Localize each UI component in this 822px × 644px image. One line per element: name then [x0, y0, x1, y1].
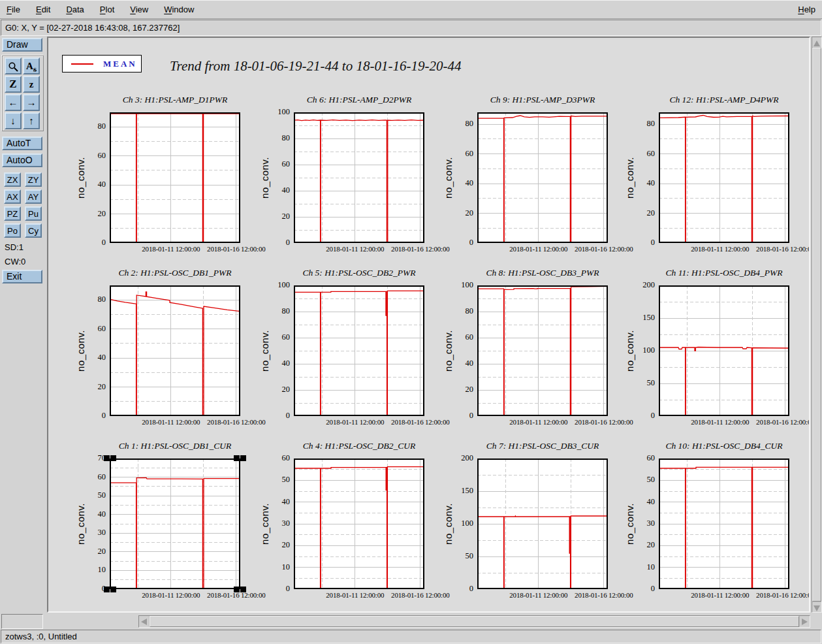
y-tick-label: 40	[256, 497, 290, 507]
selection-handle[interactable]	[240, 587, 246, 592]
plot-area[interactable]	[294, 459, 424, 589]
y-tick-label: 40	[72, 509, 106, 519]
y-axis-label: no_conv.	[75, 157, 86, 199]
zoom-out-icon: z	[29, 79, 34, 89]
y-tick-label: 50	[72, 491, 106, 500]
x-tick-label: 2018-01-11 12:00:00	[326, 245, 384, 253]
y-tick-label: 100	[439, 280, 473, 290]
plot-area[interactable]	[659, 112, 789, 243]
y-tick-label: 80	[439, 119, 473, 129]
scroll-left-button[interactable]	[139, 616, 149, 627]
pz-button[interactable]: PZ	[4, 206, 21, 221]
plot-area[interactable]	[659, 285, 789, 416]
plot-cell: Ch 6: H1:PSL-AMP_D2PWRno_conv.0204060801…	[256, 93, 432, 257]
autoo-button[interactable]: AutoO	[2, 153, 42, 167]
ax-button[interactable]: AX	[4, 189, 21, 204]
plot-area[interactable]	[477, 459, 608, 589]
y-tick-label: 20	[256, 212, 290, 221]
x-tick-label: 2018-01-11 12:00:00	[142, 245, 200, 253]
plot-title: Ch 11: H1:PSL-OSC_DB4_PWR	[659, 268, 789, 278]
plot-area[interactable]	[110, 112, 240, 243]
y-tick-label: 30	[256, 519, 290, 528]
zoom-in-button[interactable]: Z	[5, 76, 22, 93]
y-tick-label: 150	[439, 486, 473, 496]
plot-title: Ch 6: H1:PSL-AMP_D2PWR	[294, 95, 424, 105]
pan-right-button[interactable]: →	[23, 94, 40, 111]
menu-item-view[interactable]: View	[130, 5, 148, 14]
selection-handle[interactable]	[234, 455, 240, 461]
zy-button[interactable]: ZY	[25, 172, 42, 187]
pan-down-button[interactable]: ↓	[5, 112, 22, 129]
y-tick-label: 100	[439, 519, 473, 528]
plot-title: Ch 8: H1:PSL-OSC_DB3_PWR	[477, 268, 608, 278]
cw-label: CW:0	[5, 257, 45, 266]
plot-area[interactable]	[110, 459, 240, 589]
scroll-right-button[interactable]	[800, 616, 810, 627]
cy-button[interactable]: Cy	[25, 223, 42, 238]
plot-area[interactable]	[477, 285, 608, 416]
ay-button[interactable]: AY	[25, 189, 42, 204]
y-tick-label: 80	[256, 133, 290, 143]
draw-button[interactable]: Draw	[2, 38, 42, 52]
y-tick-label: 60	[72, 151, 106, 161]
autot-button[interactable]: AutoT	[2, 137, 42, 150]
horizontal-scrollbar[interactable]	[138, 615, 810, 628]
po-button[interactable]: Po	[4, 223, 21, 238]
y-tick-label: 80	[72, 295, 106, 304]
horizontal-scroll-thumb[interactable]	[150, 616, 799, 627]
menu-item-edit[interactable]: Edit	[36, 5, 50, 14]
selection-handle[interactable]	[104, 587, 110, 592]
menu-item-help[interactable]: Help	[798, 5, 815, 14]
plot-cell: Ch 12: H1:PSL-AMP_D4PWRno_conv.020406080…	[621, 93, 797, 257]
plot-area[interactable]	[110, 285, 240, 416]
plot-cell: Ch 8: H1:PSL-OSC_DB3_PWRno_conv.02040608…	[439, 266, 616, 430]
y-tick-label: 20	[621, 208, 655, 218]
vertical-scrollbar[interactable]	[812, 37, 822, 613]
y-tick-label: 0	[621, 411, 655, 421]
text-button[interactable]: AS	[23, 57, 40, 74]
y-tick-label: 40	[439, 178, 473, 188]
selection-handle[interactable]	[110, 587, 116, 592]
y-tick-label: 0	[256, 238, 290, 248]
menubar: FileEditDataPlotViewWindow Help	[0, 0, 822, 19]
bottom-left-panel	[1, 614, 43, 629]
plot-area[interactable]	[659, 459, 789, 589]
selection-handle[interactable]	[110, 455, 116, 461]
y-tick-label: 20	[72, 209, 106, 219]
exit-button[interactable]: Exit	[2, 270, 42, 283]
menu-item-window[interactable]: Window	[164, 5, 194, 14]
y-tick-label: 40	[72, 353, 106, 362]
y-tick-label: 50	[621, 475, 655, 485]
y-tick-label: 60	[621, 453, 655, 463]
legend: MEAN	[62, 55, 142, 72]
y-tick-label: 20	[72, 382, 106, 392]
pan-up-button[interactable]: ↑	[23, 112, 40, 129]
magnifier-button[interactable]	[5, 57, 22, 74]
zoom-out-button[interactable]: z	[23, 76, 40, 93]
plot-area[interactable]	[294, 285, 424, 416]
menu-item-plot[interactable]: Plot	[100, 5, 114, 14]
selection-handle[interactable]	[234, 587, 240, 592]
y-tick-label: 100	[256, 107, 290, 117]
y-tick-label: 40	[621, 178, 655, 188]
pu-button[interactable]: Pu	[25, 206, 42, 221]
zx-button[interactable]: ZX	[4, 172, 21, 187]
menu-item-file[interactable]: File	[7, 5, 20, 14]
plot-area[interactable]	[294, 112, 424, 243]
y-tick-label: 10	[72, 565, 106, 575]
menu-item-data[interactable]: Data	[66, 5, 84, 14]
y-tick-label: 40	[621, 497, 655, 507]
plot-title: Ch 3: H1:PSL-AMP_D1PWR	[110, 95, 240, 105]
legend-label: MEAN	[103, 59, 137, 69]
scroll-up-button[interactable]	[812, 37, 821, 47]
y-tick-label: 0	[439, 238, 473, 248]
selection-handle[interactable]	[104, 455, 110, 461]
selection-handle[interactable]	[240, 455, 246, 461]
y-tick-label: 50	[256, 475, 290, 485]
y-tick-label: 10	[621, 562, 655, 572]
y-tick-label: 60	[72, 472, 106, 482]
vertical-scroll-thumb[interactable]	[812, 48, 821, 602]
plot-area[interactable]	[477, 112, 608, 243]
pan-left-button[interactable]: ←	[5, 94, 22, 111]
scroll-down-button[interactable]	[812, 602, 821, 612]
